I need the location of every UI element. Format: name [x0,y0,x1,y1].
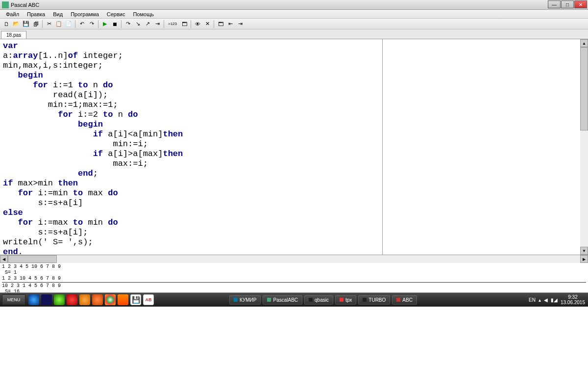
kw-begin: begin [78,120,103,129]
separator [191,20,191,28]
kw-then: then [163,149,183,158]
kw-end: end [3,247,18,255]
abc-icon [396,298,400,302]
kw-to: to [103,110,113,119]
stepinto-button[interactable]: ↘ [133,20,142,28]
horizontal-scrollbar[interactable]: ◀ ▶ [0,255,588,263]
toend-button[interactable]: ⇥ [153,20,162,28]
red-icon[interactable] [67,294,77,305]
close-output-button[interactable]: ✕ [203,20,212,28]
kw-of: of [68,51,78,60]
saveall-button[interactable]: 🗐 [31,20,40,28]
kw-begin: begin [18,71,43,80]
paste-button[interactable]: 📄 [64,20,73,28]
cut-button[interactable]: ✂ [45,20,53,28]
orange2-icon[interactable] [92,294,103,305]
right-pane: ▲ ▼ [382,39,588,255]
kw-then: then [163,130,183,139]
menu-edit[interactable]: Правка [23,10,49,18]
qbasic-icon [309,298,313,302]
task-pascal[interactable]: PascalABC [263,295,302,305]
turbo-icon [363,298,367,302]
abc-tray-icon[interactable]: AB [143,294,154,305]
scroll-down-icon[interactable]: ▼ [580,247,588,255]
align2-button[interactable]: ⇥ [236,20,245,28]
align1-button[interactable]: ⇤ [226,20,235,28]
redo-button[interactable]: ↷ [87,20,96,28]
lang-indicator[interactable]: EN [529,297,536,303]
kw-for: for [33,80,48,90]
menu-program[interactable]: Программа [67,10,103,18]
separator [98,20,98,28]
orange-icon[interactable] [79,294,90,305]
stop-button[interactable]: ⏹ [110,20,119,28]
kumir-icon [234,298,238,302]
separator [214,20,214,28]
network-icon[interactable]: ▮◢ [551,297,558,303]
separator [75,20,75,28]
output-pane[interactable]: 1 2 3 4 5 10 6 7 8 9 S= 1 1 2 3 10 4 5 6… [0,263,588,293]
save-tray-icon[interactable]: 💾 [130,294,141,305]
green-icon[interactable] [54,294,65,305]
kw-array: array [13,51,38,60]
copy-button[interactable]: 📋 [54,20,63,28]
clock-time: 9:32 [561,294,585,300]
system-tray: EN ▴ ◀ ▮◢ 9:32 13.06.2015 [529,294,588,305]
vars-button[interactable]: >123 [166,20,179,28]
task-abc[interactable]: ABC [392,295,417,305]
tabbar: 18.pas [0,29,588,39]
minimize-button[interactable]: — [548,0,561,8]
speaker-icon[interactable]: ◀ [544,297,548,303]
hscroll-thumb[interactable] [8,255,57,263]
blank-area [0,307,588,391]
tray-up-icon[interactable]: ▴ [539,297,541,303]
kw-if: if [93,149,103,158]
task-qbasic[interactable]: qbasic [304,295,333,305]
code-content[interactable]: var a:array[1..n]of integer; min,max,i,s… [0,39,382,255]
scroll-left-icon[interactable]: ◀ [0,255,8,263]
kw-for: for [18,218,33,227]
kw-for: for [18,188,33,198]
save-button[interactable]: 💾 [22,20,30,28]
clock[interactable]: 9:32 13.06.2015 [561,294,585,305]
kw-if: if [3,179,13,188]
form-button[interactable]: 🗔 [216,20,225,28]
close-button[interactable]: ✕ [574,0,587,8]
open-button[interactable]: 📂 [12,20,21,28]
separator [121,20,122,28]
vertical-scrollbar[interactable]: ▲ ▼ [580,39,588,255]
start-button[interactable]: MENU [2,294,25,305]
file-tab[interactable]: 18.pas [1,31,26,39]
scroll-right-icon[interactable]: ▶ [580,255,588,263]
menu-help[interactable]: Помощь [129,10,158,18]
task-kumir[interactable]: КУМИР [229,295,261,305]
task-tpx[interactable]: tpx [335,295,356,305]
stepover-button[interactable]: ↷ [123,20,132,28]
watch-button[interactable]: 🗔 [180,20,189,28]
chrome-icon[interactable] [105,294,116,305]
scroll-up-icon[interactable]: ▲ [580,39,588,47]
scroll-thumb[interactable] [580,47,588,130]
app-icon [2,1,9,8]
kw-to: to [73,188,83,198]
separator [164,20,164,28]
kw-to: to [78,80,88,90]
eye-button[interactable]: 👁 [193,20,202,28]
app-icon-2[interactable] [41,294,52,305]
run-button[interactable]: ▶ [100,20,109,28]
stepout-button[interactable]: ↗ [143,20,152,28]
output-rule [2,282,586,283]
menu-view[interactable]: Вид [49,10,67,18]
menu-service[interactable]: Сервис [103,10,129,18]
task-turbo[interactable]: TURBO [358,295,390,305]
media-icon[interactable] [118,294,128,305]
maximize-button[interactable]: □ [561,0,574,8]
undo-button[interactable]: ↶ [77,20,86,28]
kw-do: do [108,218,118,227]
code-editor[interactable]: var a:array[1..n]of integer; min,max,i,s… [0,39,382,255]
menu-file[interactable]: Файл [2,10,23,18]
ie-icon[interactable] [28,294,39,305]
kw-do: do [128,110,138,119]
new-button[interactable]: 🗋 [2,20,11,28]
window-title: Pascal ABC [11,2,39,8]
